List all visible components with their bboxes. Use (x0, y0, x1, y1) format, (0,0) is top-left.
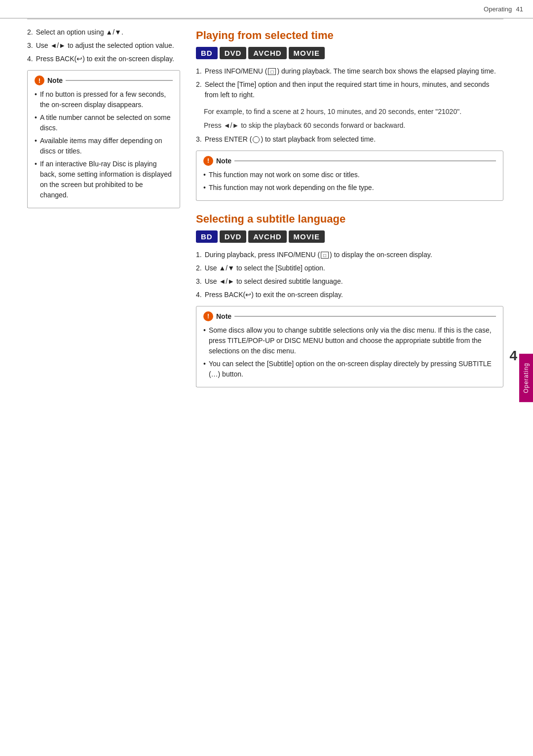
badge-avchd: AVCHD (248, 47, 286, 59)
section-1-title: Playing from selected time (196, 29, 503, 42)
note-header: ! Note (35, 76, 173, 85)
step-1-2: 2. Select the [Time] option and then inp… (196, 79, 503, 100)
menu-icon-2: □ (321, 252, 329, 259)
side-tab: Operating (519, 354, 533, 402)
top-divider (27, 19, 503, 19)
badge-dvd-2: DVD (220, 230, 247, 243)
section-2-badges: BD DVD AVCHD MOVIE (196, 230, 503, 243)
right-column: Playing from selected time BD DVD AVCHD … (196, 27, 503, 392)
section-2-note-item-2: You can select the [Subtitle] option on … (203, 359, 496, 379)
intro-list: 2. Select an option using ▲/▼. 3. Use ◄/… (27, 27, 180, 64)
page-number: 41 (516, 5, 523, 13)
side-number: 4 (509, 348, 517, 364)
step-2-3: 3. Use ◄/► to select desired subtitle la… (196, 276, 503, 287)
main-content: 2. Select an option using ▲/▼. 3. Use ◄/… (27, 19, 503, 741)
step-2-4: 4. Press BACK(↩) to exit the on-screen d… (196, 290, 503, 300)
badge-bd-2: BD (196, 230, 218, 243)
step-2-1: 1. During playback, press INFO/MENU (□) … (196, 250, 503, 260)
step-1-1: 1. Press INFO/MENU (□) during playback. … (196, 66, 503, 76)
section-subtitle: Selecting a subtitle language BD DVD AVC… (196, 213, 503, 387)
left-note-item-4: If an interactive Blu-ray Disc is playin… (35, 159, 173, 200)
indent-para-1: For example, to find a scene at 2 hours,… (204, 106, 503, 117)
left-note-box: ! Note If no button is pressed for a few… (27, 70, 180, 208)
section-2-note-header: ! Note (203, 311, 496, 321)
section-1-note-list: This function may not work on some disc … (203, 170, 496, 193)
section-2-steps: 1. During playback, press INFO/MENU (□) … (196, 250, 503, 300)
section-1-step3: 3. Press ENTER () to start playback from… (196, 134, 503, 145)
enter-icon (253, 136, 260, 143)
badge-movie: MOVIE (289, 47, 325, 59)
step-2-2: 2. Use ▲/▼ to select the [Subtitle] opti… (196, 263, 503, 273)
left-column: 2. Select an option using ▲/▼. 3. Use ◄/… (27, 27, 180, 392)
header-text: Operating (484, 5, 512, 13)
note-header-line (66, 80, 173, 81)
section-2-note-item-1: Some discs allow you to change subtitle … (203, 325, 496, 356)
section-2-note-box: ! Note Some discs allow you to change su… (196, 306, 503, 387)
list-item-3: 3. Use ◄/► to adjust the selected option… (27, 40, 180, 51)
exclaim-icon: ! (35, 76, 44, 85)
header-bar: Operating 41 (0, 0, 533, 19)
section-1-note-header: ! Note (203, 156, 496, 166)
left-note-item-2: A title number cannot be selected on som… (35, 113, 173, 133)
section-1-badges: BD DVD AVCHD MOVIE (196, 47, 503, 59)
section-1-note-item-2: This function may not work depending on … (203, 183, 496, 193)
section-1-note-box: ! Note This function may not work on som… (196, 151, 503, 201)
section-playing: Playing from selected time BD DVD AVCHD … (196, 29, 503, 201)
section-2-title: Selecting a subtitle language (196, 213, 503, 226)
left-note-item-1: If no button is pressed for a few second… (35, 89, 173, 110)
exclaim-icon-2: ! (203, 156, 213, 166)
left-note-item-3: Available items may differ depending on … (35, 136, 173, 156)
list-item-2: 2. Select an option using ▲/▼. (27, 27, 180, 38)
badge-bd: BD (196, 47, 218, 59)
note-label: Note (47, 76, 63, 84)
left-note-list: If no button is pressed for a few second… (35, 89, 173, 200)
step-1-3: 3. Press ENTER () to start playback from… (196, 134, 503, 145)
badge-movie-2: MOVIE (289, 230, 325, 243)
columns: 2. Select an option using ▲/▼. 3. Use ◄/… (27, 27, 503, 392)
badge-dvd: DVD (220, 47, 247, 59)
list-item-4: 4. Press BACK(↩) to exit the on-screen d… (27, 54, 180, 64)
section-1-note-item-1: This function may not work on some disc … (203, 170, 496, 180)
section-2-note-label: Note (216, 312, 231, 320)
indent-para-2: Press ◄/► to skip the playback 60 second… (204, 120, 503, 131)
badge-avchd-2: AVCHD (248, 230, 286, 243)
section-1-note-label: Note (216, 157, 231, 165)
section-2-note-list: Some discs allow you to change subtitle … (203, 325, 496, 379)
exclaim-icon-3: ! (203, 311, 213, 321)
menu-icon: □ (268, 68, 276, 75)
section-1-steps: 1. Press INFO/MENU (□) during playback. … (196, 66, 503, 100)
